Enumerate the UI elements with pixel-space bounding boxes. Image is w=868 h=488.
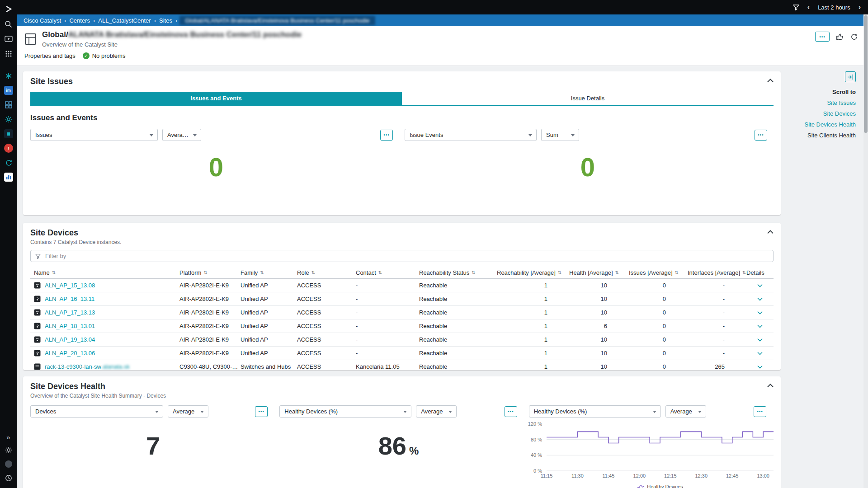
sort-icon: ⇅ [203, 270, 207, 275]
cell-contact: - [356, 309, 419, 316]
cell-platform: AIR-AP2802I-E-K9 [179, 323, 241, 329]
tab-issues-and-events[interactable]: Issues and Events [30, 92, 402, 105]
scroll-to-site-devices-health[interactable]: Site Devices Health [805, 121, 856, 128]
device-name-link[interactable]: rack-13-c9300-lan-sw.alanata.sk [45, 363, 130, 370]
column-header-reachability-status[interactable]: Reachability Status⇅ [419, 269, 497, 276]
issues-agg-select[interactable]: Average [162, 129, 201, 141]
row-expand-chevron-icon[interactable] [746, 296, 774, 302]
splunk-logo-icon[interactable] [4, 5, 13, 14]
site-icon [24, 33, 37, 47]
cell-reachability-average: 1 [497, 336, 569, 343]
device-name-link[interactable]: ALN_AP_18_13.01 [45, 323, 95, 329]
scrollbar-thumb[interactable] [864, 15, 868, 133]
collapse-chevron-icon[interactable] [767, 230, 774, 234]
filter-icon[interactable] [793, 5, 799, 10]
column-header-family[interactable]: Family⇅ [241, 269, 297, 276]
search-icon[interactable] [4, 19, 13, 28]
chart-legend[interactable]: Healthy Devices [547, 484, 774, 488]
issue-events-panel-more-button[interactable]: ••• [755, 130, 767, 141]
cell-role: ACCESS [297, 323, 356, 329]
collapse-chevron-icon[interactable] [767, 384, 774, 388]
column-header-reachability-average[interactable]: Reachability [Average]⇅ [497, 269, 569, 276]
properties-and-tags[interactable]: Properties and tags [24, 52, 75, 59]
time-forward-chevron-icon[interactable]: › [859, 4, 861, 11]
issues-panel-more-button[interactable]: ••• [380, 130, 393, 141]
sidebar-app-icon-1[interactable] [4, 71, 13, 80]
device-name-link[interactable]: ALN_AP_19_13.04 [45, 336, 95, 343]
scroll-to-site-issues[interactable]: Site Issues [827, 99, 856, 106]
time-back-chevron-icon[interactable]: ‹ [807, 4, 810, 11]
user-avatar[interactable] [4, 460, 13, 469]
devices-metric-select[interactable]: Devices [30, 405, 163, 418]
column-header-name[interactable]: Name⇅ [30, 269, 179, 276]
device-name-link[interactable]: ALN_AP_20_13.06 [45, 350, 95, 357]
sidebar-app-icon-8[interactable] [4, 173, 13, 182]
chart-panel-more-button[interactable]: ••• [754, 406, 766, 417]
device-name-link[interactable]: ALN_AP_17_13.13 [45, 309, 95, 316]
column-header-interfaces-average[interactable]: Interfaces [Average]⇅ [688, 269, 746, 276]
device-name-link[interactable]: ALN_AP_15_13.08 [45, 282, 95, 289]
breadcrumb-item-catalystcenter[interactable]: ALL_CatalystCenter [95, 17, 154, 24]
cell-reachability: Reachable [419, 350, 497, 357]
expand-sidebar-icon[interactable]: » [6, 434, 10, 441]
sidebar-app-icon-6[interactable]: ! [4, 144, 13, 153]
row-expand-chevron-icon[interactable] [746, 309, 774, 316]
cell-role: ACCESS [297, 282, 356, 289]
healthy-devices-chart-metric-select[interactable]: Healthy Devices (%) [529, 405, 661, 418]
devices-agg-select[interactable]: Average [168, 405, 208, 418]
time-range-picker[interactable]: Last 2 hours [818, 4, 850, 11]
tab-issue-details[interactable]: Issue Details [402, 92, 774, 105]
thumbs-up-icon[interactable] [836, 33, 844, 41]
site-issues-tabs: Issues and Events Issue Details [30, 92, 774, 106]
check-icon: ✓ [83, 52, 90, 59]
cell-interfaces-average: - [688, 350, 746, 357]
row-expand-chevron-icon[interactable] [746, 363, 774, 370]
breadcrumb-item-cisco-catalyst[interactable]: Cisco Catalyst [20, 17, 64, 24]
issues-metric-select[interactable]: Issues [30, 129, 158, 141]
devices-panel-more-button[interactable]: ••• [255, 406, 268, 417]
apps-grid-icon[interactable] [4, 49, 13, 58]
scroll-to-site-devices[interactable]: Site Devices [823, 110, 856, 117]
issue-events-metric-select[interactable]: Issue Events [405, 129, 537, 141]
column-header-platform[interactable]: Platform⇅ [179, 269, 241, 276]
refresh-icon[interactable] [850, 33, 858, 41]
device-name-link[interactable]: ALN_AP_16_13.11 [45, 296, 94, 302]
collapse-chevron-icon[interactable] [767, 79, 774, 83]
device-filter-input[interactable] [44, 252, 769, 260]
column-header-issues-average[interactable]: Issues [Average]⇅ [629, 269, 688, 276]
chart-plot-area: 120 %80 %40 %0 % [547, 424, 774, 471]
settings-gear-icon[interactable] [4, 446, 13, 455]
cell-health-average: 10 [569, 350, 629, 357]
video-play-icon[interactable] [4, 34, 13, 43]
healthy-devices-chart-agg-select[interactable]: Average [665, 405, 706, 418]
sidebar-app-icon-2[interactable]: im [4, 86, 13, 95]
clock-icon[interactable] [4, 474, 13, 483]
header-more-button[interactable]: ••• [815, 32, 830, 42]
breadcrumb-item-sites[interactable]: Sites [156, 17, 175, 24]
breadcrumb-item-centers[interactable]: Centers [66, 17, 93, 24]
healthy-devices-metric-select[interactable]: Healthy Devices (%) [279, 405, 411, 418]
sidebar-app-icon-5[interactable] [4, 129, 13, 138]
issue-events-agg-select[interactable]: Sum [541, 129, 579, 141]
breadcrumb-current-site[interactable]: Global/ALANATA Bratislava/Einsteinova Bu… [179, 16, 375, 25]
table-row: rack-13-c9300-lan-sw.alanata.sk C9300-48… [30, 360, 774, 370]
column-header-health-average[interactable]: Health [Average]⇅ [569, 269, 629, 276]
column-header-contact[interactable]: Contact⇅ [356, 269, 419, 276]
healthy-devices-agg-select[interactable]: Average [416, 405, 457, 418]
row-expand-chevron-icon[interactable] [746, 323, 774, 329]
sidebar-app-icon-7[interactable] [4, 158, 13, 167]
scroll-to-site-clients-health[interactable]: Site Clients Health [807, 132, 856, 139]
collapse-panel-button[interactable] [845, 71, 856, 82]
page-scrollbar[interactable] [863, 14, 868, 488]
sidebar-app-icon-4[interactable] [4, 115, 13, 124]
row-expand-chevron-icon[interactable] [746, 282, 774, 289]
row-expand-chevron-icon[interactable] [746, 336, 774, 343]
healthy-devices-panel-more-button[interactable]: ••• [505, 406, 517, 417]
sidebar-app-icon-3[interactable] [4, 100, 13, 109]
device-icon [34, 282, 41, 289]
cell-contact: Kancelaria 11.05 [356, 363, 419, 370]
column-header-role[interactable]: Role⇅ [297, 269, 356, 276]
site-devices-card: Site Devices Contains 7 Catalyst Device … [23, 223, 781, 370]
row-expand-chevron-icon[interactable] [746, 350, 774, 357]
cell-reachability-average: 1 [497, 363, 569, 370]
